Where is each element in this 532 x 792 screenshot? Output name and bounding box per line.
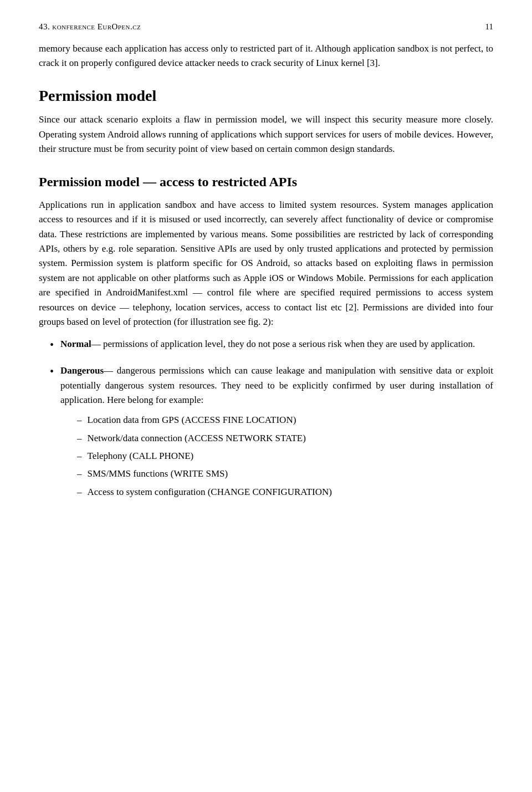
- list-item-dangerous: • Dangerous— dangerous permissions which…: [50, 364, 493, 503]
- bullet-dot-normal: •: [50, 336, 54, 354]
- section2-heading: Permission model — access to restricted …: [39, 174, 493, 190]
- sub-item-text-0: Location data from GPS (ACCESS FINE LOCA…: [88, 413, 296, 427]
- section1-para1: Since our attack scenario exploits a fla…: [39, 113, 493, 156]
- sub-item-text-1: Network/data connection (ACCESS NETWORK …: [88, 431, 306, 446]
- sub-item-1: – Network/data connection (ACCESS NETWOR…: [77, 431, 493, 446]
- bullet-label-normal: Normal: [60, 339, 91, 349]
- section2-para1: Applications run in application sandbox …: [39, 198, 493, 329]
- sub-item-3: – SMS/MMS functions (WRITE SMS): [77, 467, 493, 481]
- sub-dash-0: –: [77, 413, 82, 427]
- header-page-number: 11: [485, 22, 493, 32]
- sub-dash-4: –: [77, 485, 82, 499]
- page-container: 43. konference EurOpen.cz 11 memory beca…: [0, 0, 532, 546]
- bullet-text-normal: — permissions of application level, they…: [91, 339, 475, 349]
- bullet-text-dangerous: — dangerous permissions which can cause …: [60, 365, 493, 405]
- sub-dash-1: –: [77, 431, 82, 446]
- page-header: 43. konference EurOpen.cz 11: [39, 22, 493, 32]
- list-item-normal: • Normal— permissions of application lev…: [50, 337, 493, 354]
- sub-dash-3: –: [77, 467, 82, 481]
- header-title: 43. konference EurOpen.cz: [39, 22, 141, 32]
- permission-types-list: • Normal— permissions of application lev…: [50, 337, 493, 503]
- bullet-dot-dangerous: •: [50, 363, 54, 380]
- bullet-label-dangerous: Dangerous: [60, 365, 104, 376]
- bullet-content-normal: Normal— permissions of application level…: [60, 337, 493, 351]
- section1-heading: Permission model: [39, 86, 493, 105]
- sub-item-text-2: Telephony (CALL PHONE): [88, 449, 194, 463]
- bullet-content-dangerous: Dangerous— dangerous permissions which c…: [60, 364, 493, 503]
- sub-item-4: – Access to system configuration (CHANGE…: [77, 485, 493, 499]
- intro-paragraph: memory because each application has acce…: [39, 42, 493, 71]
- sub-item-0: – Location data from GPS (ACCESS FINE LO…: [77, 413, 493, 427]
- sub-dash-2: –: [77, 449, 82, 463]
- sub-item-text-3: SMS/MMS functions (WRITE SMS): [88, 467, 228, 481]
- sub-items-list: – Location data from GPS (ACCESS FINE LO…: [77, 413, 493, 499]
- sub-item-2: – Telephony (CALL PHONE): [77, 449, 493, 463]
- sub-item-text-4: Access to system configuration (CHANGE C…: [88, 485, 332, 499]
